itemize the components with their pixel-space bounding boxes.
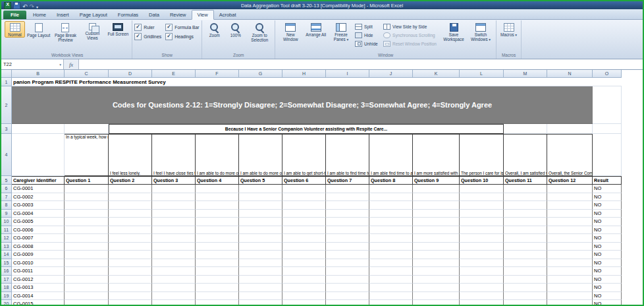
cell-result[interactable]: NO — [593, 259, 622, 268]
cell-caregiver-id[interactable]: CG-0009 — [12, 251, 65, 259]
cell-header[interactable]: Question 9 — [413, 176, 460, 185]
cell[interactable] — [282, 193, 326, 202]
page-break-preview-button[interactable]: Page Break Preview — [52, 21, 78, 43]
row-header[interactable]: 6 — [1, 185, 12, 193]
cell[interactable] — [460, 259, 504, 268]
cell[interactable] — [152, 234, 196, 243]
cell[interactable] — [109, 243, 152, 251]
cell[interactable] — [282, 300, 326, 305]
cell-result[interactable]: NO — [593, 218, 622, 226]
cell[interactable] — [369, 284, 413, 292]
cell[interactable] — [413, 292, 460, 301]
cell[interactable] — [282, 259, 326, 268]
cell[interactable] — [326, 276, 369, 284]
tab-home[interactable]: Home — [28, 11, 51, 19]
cell[interactable] — [65, 226, 109, 235]
cell[interactable] — [369, 226, 413, 235]
cell[interactable] — [413, 276, 460, 284]
cell[interactable] — [547, 259, 593, 268]
cell-question[interactable]: I am able find time to attend to my pers… — [369, 134, 413, 176]
cell-caregiver-id[interactable]: CG-0001 — [12, 185, 65, 193]
zoom-to-selection-button[interactable]: Zoom to Selection — [246, 21, 273, 43]
cell-question[interactable]: I am more satisfied with my life. — [413, 134, 460, 176]
cell[interactable] — [326, 185, 369, 193]
cell[interactable] — [547, 226, 593, 235]
cell[interactable] — [282, 276, 326, 284]
cell-result[interactable]: NO — [593, 251, 622, 259]
cell[interactable] — [109, 201, 152, 210]
column-header[interactable]: J — [369, 70, 413, 78]
new-window-button[interactable]: New Window — [277, 21, 304, 42]
cell[interactable] — [239, 185, 282, 193]
cell-question[interactable]: The person I care for is able to remain … — [460, 134, 504, 176]
row-header[interactable]: 13 — [1, 243, 12, 251]
cell-result[interactable]: NO — [593, 201, 622, 210]
cell[interactable] — [239, 234, 282, 243]
cell[interactable] — [326, 243, 369, 251]
cell[interactable] — [326, 284, 369, 292]
cell-result[interactable]: NO — [593, 267, 622, 276]
cell[interactable] — [413, 259, 460, 268]
cell[interactable] — [239, 201, 282, 210]
cell[interactable] — [413, 210, 460, 218]
cell-question[interactable]: I am able to do more of the things I nee… — [196, 134, 239, 176]
tab-formulas[interactable]: Formulas — [113, 11, 144, 19]
cell[interactable] — [282, 267, 326, 276]
cell[interactable] — [109, 267, 152, 276]
cell[interactable] — [282, 226, 326, 235]
cell-header[interactable]: Question 1 — [65, 176, 109, 185]
cell-result[interactable]: NO — [593, 243, 622, 251]
save-icon[interactable] — [13, 2, 20, 9]
fx-icon[interactable]: fx — [64, 59, 79, 69]
tab-data[interactable]: Data — [144, 11, 165, 19]
cell[interactable] — [460, 226, 504, 235]
cell-header[interactable]: Caregiver Identifier — [12, 176, 65, 185]
cell[interactable] — [152, 193, 196, 202]
cell[interactable] — [282, 243, 326, 251]
cell[interactable] — [282, 185, 326, 193]
cell[interactable] — [369, 218, 413, 226]
cell-caregiver-id[interactable]: CG-0008 — [12, 243, 65, 251]
cell[interactable] — [460, 284, 504, 292]
cell[interactable] — [460, 193, 504, 202]
normal-view-button[interactable]: Normal — [5, 21, 25, 38]
name-box-dropdown-icon[interactable]: ▾ — [59, 63, 61, 67]
cell[interactable] — [326, 267, 369, 276]
cell[interactable] — [413, 218, 460, 226]
column-header[interactable]: D — [109, 70, 152, 78]
cell[interactable] — [369, 243, 413, 251]
cell[interactable] — [460, 201, 504, 210]
cell[interactable] — [326, 251, 369, 259]
cell-result[interactable]: NO — [593, 292, 622, 301]
cell[interactable] — [369, 300, 413, 305]
cell-caregiver-id[interactable]: CG-0011 — [12, 267, 65, 276]
cell[interactable] — [109, 251, 152, 259]
cell[interactable] — [196, 243, 239, 251]
row-header[interactable]: 1 — [1, 78, 12, 86]
freeze-panes-button[interactable]: Freeze Panes ▾ — [328, 21, 354, 43]
cell-caregiver-id[interactable]: CG-0015 — [12, 300, 65, 305]
split-button[interactable]: Split — [355, 23, 383, 30]
cell[interactable] — [109, 284, 152, 292]
cell[interactable] — [460, 243, 504, 251]
cell[interactable] — [196, 292, 239, 301]
cell-caregiver-id[interactable]: CG-0013 — [12, 284, 65, 292]
cell[interactable] — [196, 218, 239, 226]
page-layout-view-button[interactable]: Page Layout — [26, 21, 51, 38]
cell[interactable] — [326, 201, 369, 210]
cell[interactable] — [12, 124, 65, 134]
hide-button[interactable]: Hide — [355, 32, 383, 39]
cell[interactable] — [504, 292, 547, 301]
cell[interactable] — [65, 300, 109, 305]
cell[interactable] — [65, 201, 109, 210]
tab-acrobat[interactable]: Acrobat — [214, 11, 242, 19]
row-header[interactable]: 15 — [1, 259, 12, 268]
cell[interactable] — [413, 226, 460, 235]
cell-question[interactable]: In a typical week, how many hours does y… — [65, 134, 109, 176]
cell[interactable] — [504, 234, 547, 243]
row-header[interactable]: 4 — [1, 134, 12, 176]
cell[interactable] — [239, 267, 282, 276]
view-side-by-side-button[interactable]: View Side by Side — [383, 23, 440, 30]
cell-header[interactable]: Question 3 — [152, 176, 196, 185]
cell[interactable] — [460, 210, 504, 218]
